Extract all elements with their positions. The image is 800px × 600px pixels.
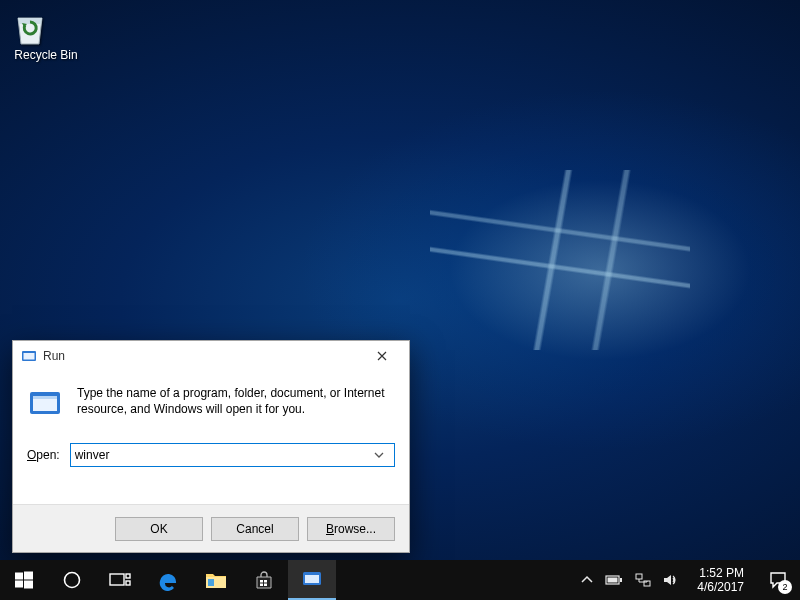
- cancel-button[interactable]: Cancel: [211, 517, 299, 541]
- action-center-button[interactable]: 2: [756, 560, 800, 600]
- run-description: Type the name of a program, folder, docu…: [77, 385, 395, 421]
- run-taskbar-icon: [301, 570, 323, 588]
- open-combobox[interactable]: [70, 443, 395, 467]
- svg-rect-12: [126, 581, 130, 585]
- svg-rect-6: [24, 572, 33, 580]
- clock[interactable]: 1:52 PM 4/6/2017: [691, 566, 750, 594]
- start-button[interactable]: [0, 560, 48, 600]
- run-title-icon: [21, 348, 37, 364]
- edge-icon: [157, 569, 179, 591]
- taskbar: 1:52 PM 4/6/2017 2: [0, 560, 800, 600]
- network-icon[interactable]: [635, 573, 651, 587]
- taskbar-app-store[interactable]: [240, 560, 288, 600]
- svg-rect-5: [15, 573, 23, 580]
- svg-rect-14: [208, 579, 214, 586]
- run-titlebar[interactable]: Run: [13, 341, 409, 371]
- browse-button[interactable]: BBrowse...rowse...: [307, 517, 395, 541]
- taskbar-app-edge[interactable]: [144, 560, 192, 600]
- desktop-icon-recycle-bin[interactable]: Recycle Bin: [10, 8, 82, 62]
- windows-logo-icon: [15, 571, 33, 589]
- store-icon: [254, 570, 274, 590]
- desktop-icon-label: Recycle Bin: [10, 48, 82, 62]
- svg-rect-10: [110, 574, 124, 585]
- svg-rect-23: [608, 578, 618, 583]
- svg-rect-11: [126, 574, 130, 578]
- close-button[interactable]: [359, 342, 405, 370]
- taskbar-app-explorer[interactable]: [192, 560, 240, 600]
- chevron-down-icon[interactable]: [374, 452, 390, 458]
- open-label: Open:: [27, 448, 60, 462]
- recycle-bin-icon: [10, 8, 82, 48]
- volume-icon[interactable]: [663, 573, 679, 587]
- svg-rect-16: [264, 580, 267, 583]
- run-button-row: OK Cancel BBrowse...rowse...: [13, 504, 409, 552]
- svg-rect-22: [620, 578, 622, 582]
- clock-time: 1:52 PM: [697, 566, 744, 580]
- cortana-button[interactable]: [48, 560, 96, 600]
- svg-rect-4: [33, 396, 57, 399]
- svg-point-9: [65, 573, 80, 588]
- cortana-icon: [62, 570, 82, 590]
- task-view-button[interactable]: [96, 560, 144, 600]
- run-app-icon: [27, 385, 63, 421]
- desktop: Recycle Bin Run: [0, 0, 800, 600]
- svg-rect-18: [264, 584, 267, 587]
- system-tray: 1:52 PM 4/6/2017: [573, 560, 756, 600]
- open-input[interactable]: [75, 448, 374, 462]
- tray-chevron-up-icon[interactable]: [581, 575, 593, 585]
- clock-date: 4/6/2017: [697, 580, 744, 594]
- notification-badge: 2: [778, 580, 792, 594]
- svg-rect-8: [24, 581, 33, 589]
- ok-button[interactable]: OK: [115, 517, 203, 541]
- svg-rect-15: [260, 580, 263, 583]
- battery-icon[interactable]: [605, 574, 623, 586]
- svg-rect-24: [636, 574, 642, 579]
- run-dialog: Run Type the name of a program, folder, …: [12, 340, 410, 553]
- svg-rect-1: [24, 353, 35, 360]
- taskbar-app-run[interactable]: [288, 560, 336, 600]
- svg-rect-7: [15, 581, 23, 588]
- run-title-text: Run: [43, 349, 65, 363]
- file-explorer-icon: [205, 570, 227, 590]
- task-view-icon: [109, 571, 131, 589]
- svg-rect-17: [260, 584, 263, 587]
- close-icon: [377, 351, 387, 361]
- svg-rect-20: [305, 575, 319, 583]
